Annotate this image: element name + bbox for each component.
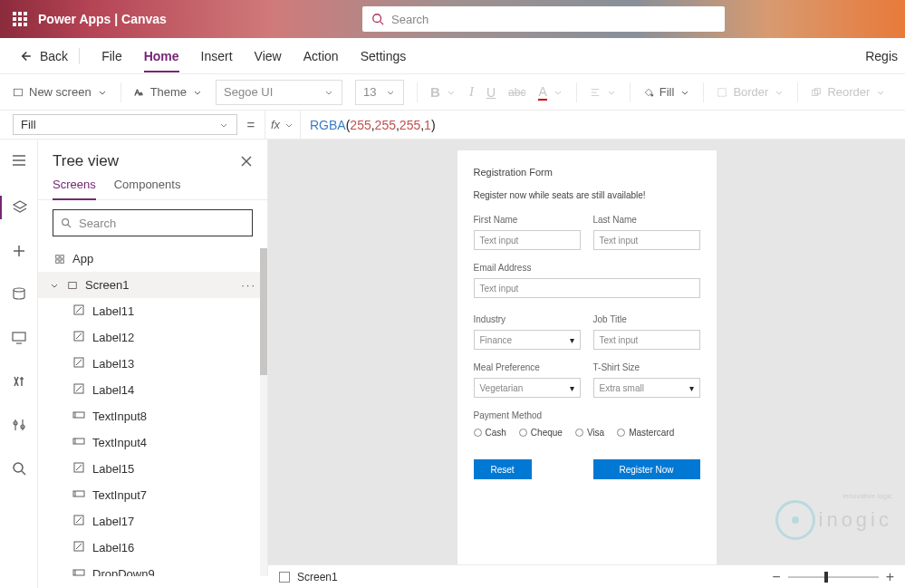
bold-button[interactable]: B: [430, 84, 457, 100]
radio-icon: [617, 429, 625, 437]
fill-color-button[interactable]: Fill: [643, 85, 691, 99]
tree-node-leaf[interactable]: Label14: [38, 377, 267, 403]
rail-search[interactable]: [11, 460, 27, 480]
font-family-select[interactable]: Segoe UI: [216, 80, 342, 105]
radio-mastercard[interactable]: Mastercard: [617, 428, 674, 438]
monitor-icon: [11, 330, 27, 346]
chevron-down-icon: [192, 87, 203, 98]
label-icon: [72, 382, 85, 398]
svg-line-42: [76, 360, 82, 365]
formula-input[interactable]: RGBA(255, 255, 255, 1): [301, 111, 905, 139]
rail-hamburger[interactable]: [11, 152, 27, 172]
input-last-name[interactable]: Text input: [593, 230, 700, 250]
border-button[interactable]: Border: [717, 85, 785, 99]
watermark-logo: innovative logic inogic: [775, 492, 892, 540]
formula-arg: 255: [400, 118, 420, 132]
tree-node-app[interactable]: App: [38, 246, 267, 272]
label-tshirt: T-Shirt Size: [593, 362, 700, 372]
tree-node-leaf[interactable]: Label12: [38, 324, 267, 351]
zoom-slider[interactable]: [788, 576, 879, 578]
theme-icon: Aa: [134, 87, 145, 98]
zoom-controls: − +: [772, 569, 894, 585]
zoom-slider-thumb[interactable]: [824, 572, 828, 583]
formula-function: RGBA: [310, 118, 346, 132]
align-button[interactable]: [590, 87, 617, 98]
menu-insert[interactable]: Insert: [201, 49, 233, 63]
italic-button[interactable]: I: [469, 84, 474, 100]
tree-label: App: [72, 252, 93, 265]
tab-screens[interactable]: Screens: [53, 178, 96, 200]
tree-node-leaf[interactable]: Label11: [38, 298, 267, 324]
svg-line-56: [76, 544, 82, 549]
border-icon: [717, 87, 727, 98]
chevron-down-icon: [323, 87, 334, 98]
theme-button[interactable]: Aa Theme: [134, 85, 203, 99]
input-email[interactable]: Text input: [474, 278, 700, 298]
rail-data[interactable]: [11, 286, 27, 306]
radio-cheque[interactable]: Cheque: [519, 428, 563, 438]
status-screen-label: Screen1: [297, 571, 338, 583]
font-family-label: Segoe UI: [224, 85, 273, 99]
rail-media[interactable]: [11, 330, 27, 350]
rail-variables[interactable]: [11, 373, 27, 393]
font-color-button[interactable]: A: [538, 84, 563, 101]
menu-view[interactable]: View: [255, 49, 282, 63]
menu-settings[interactable]: Settings: [361, 49, 407, 63]
rail-tree-view[interactable]: [0, 196, 37, 219]
menu-action[interactable]: Action: [303, 49, 339, 63]
input-first-name[interactable]: Text input: [474, 230, 581, 250]
tree-node-leaf[interactable]: TextInput8: [38, 403, 267, 429]
select-tshirt[interactable]: Extra small▾: [593, 378, 700, 398]
rail-advanced[interactable]: [11, 417, 27, 437]
strikethrough-button[interactable]: abc: [508, 86, 525, 99]
search-placeholder: Search: [391, 13, 428, 26]
tree-node-leaf[interactable]: TextInput4: [38, 429, 267, 456]
panel-scrollbar[interactable]: [260, 248, 267, 576]
screen-checkbox[interactable]: [279, 572, 290, 583]
svg-line-1: [380, 22, 384, 25]
tree-node-leaf[interactable]: TextInput7: [38, 482, 267, 508]
rail-insert[interactable]: [11, 243, 27, 263]
zoom-out-button[interactable]: −: [772, 569, 780, 585]
new-screen-button[interactable]: New screen: [13, 85, 108, 99]
register-button[interactable]: Register Now: [593, 459, 700, 479]
canvas-area[interactable]: Registration Form Register now while sea…: [268, 140, 905, 576]
menu-home[interactable]: Home: [144, 49, 179, 72]
tree-node-leaf[interactable]: Label13: [38, 351, 267, 377]
select-industry[interactable]: Finance▾: [474, 330, 581, 350]
radio-visa[interactable]: Visa: [575, 428, 604, 438]
global-search[interactable]: Search: [362, 6, 725, 32]
more-menu-icon[interactable]: ···: [241, 278, 256, 292]
radio-label: Mastercard: [629, 428, 674, 438]
app-launcher-icon[interactable]: [13, 12, 27, 26]
menu-file[interactable]: File: [101, 49, 122, 63]
svg-rect-33: [61, 255, 63, 257]
input-job-title[interactable]: Text input: [593, 330, 700, 350]
close-icon[interactable]: [240, 155, 253, 168]
radio-cash[interactable]: Cash: [474, 428, 506, 438]
back-button[interactable]: Back: [16, 48, 80, 64]
tree-node-screen1[interactable]: Screen1 ···: [38, 272, 267, 298]
select-meal[interactable]: Vegetarian▾: [474, 378, 581, 398]
svg-rect-32: [56, 255, 59, 257]
reorder-button[interactable]: Reorder: [811, 85, 886, 99]
align-icon: [590, 87, 601, 98]
tree-search-input[interactable]: Search: [53, 209, 253, 236]
input-placeholder: Text input: [480, 236, 519, 246]
context-screen-title: Regis: [865, 49, 898, 63]
tree-label: Label13: [92, 357, 134, 371]
tree-node-leaf[interactable]: DropDown9: [38, 561, 267, 576]
property-selector[interactable]: Fill: [13, 114, 237, 135]
fx-label[interactable]: fx: [265, 111, 301, 139]
tree-node-leaf[interactable]: Label16: [38, 535, 267, 561]
font-size-select[interactable]: 13: [355, 80, 404, 105]
zoom-in-button[interactable]: +: [886, 569, 894, 585]
tree-node-leaf[interactable]: Label15: [38, 456, 267, 482]
reset-button[interactable]: Reset: [474, 459, 532, 479]
label-icon: [72, 540, 85, 555]
tree-node-leaf[interactable]: Label17: [38, 508, 267, 535]
underline-button[interactable]: U: [486, 85, 496, 100]
scrollbar-thumb[interactable]: [260, 248, 267, 375]
label-icon: [72, 304, 85, 319]
tab-components[interactable]: Components: [114, 178, 181, 199]
